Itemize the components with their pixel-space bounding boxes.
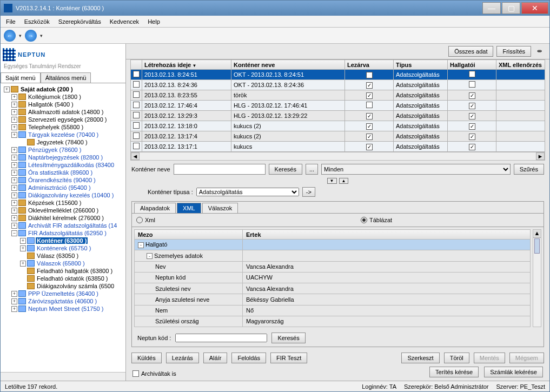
tree-item[interactable]: +Óra statisztikák (89600 ) [1, 169, 125, 176]
pin-icon[interactable]: ⇹ [534, 46, 544, 56]
close-container-button[interactable]: Lezárás [166, 353, 199, 363]
menu-file[interactable]: File [3, 17, 19, 26]
student-checkbox[interactable]: ✓ [469, 123, 475, 130]
forward-button[interactable]: → [25, 30, 37, 42]
plus-icon[interactable]: + [4, 87, 10, 92]
close-button[interactable]: ✕ [521, 2, 548, 14]
tree-item[interactable]: Diákigazolvány számla (6500 [1, 282, 125, 290]
all-data-button[interactable]: Összes adat [448, 46, 493, 57]
table-row[interactable]: 2013.02.12. 17:46:4HLG - 2013.02.12. 17:… [131, 101, 545, 111]
radio-table[interactable]: Táblázat [361, 217, 392, 223]
archived-checkbox[interactable] [132, 370, 139, 377]
tree-item[interactable]: +Alkalmazotti adatok (14800 ) [1, 108, 125, 116]
dg-col-field[interactable]: Mezo [135, 230, 243, 240]
plus-icon[interactable]: + [11, 215, 17, 221]
collapse-down-icon[interactable]: ▼ [327, 178, 337, 184]
col-student[interactable]: Hallgatói [448, 60, 496, 70]
plus-icon[interactable]: + [11, 298, 17, 304]
grid-hscrollbar[interactable]: ◄ ► [130, 152, 545, 161]
tree-item[interactable]: +Tárgyak kezelése (70400 ) [1, 131, 125, 138]
col-type[interactable]: Típus [394, 60, 448, 70]
tree-item[interactable]: +Adminisztráció (95400 ) [1, 184, 125, 191]
tree-item[interactable]: +Kollégiumok (1800 ) [1, 93, 125, 101]
radio-xml[interactable]: Xml [136, 217, 155, 223]
plus-icon[interactable]: + [11, 291, 17, 297]
neptun-code-input[interactable] [175, 334, 267, 342]
student-checkbox[interactable] [469, 71, 475, 77]
row-checkbox[interactable] [133, 81, 140, 88]
dg-row[interactable]: Szuletesi nevVancsa Alexandra [135, 283, 531, 294]
student-checkbox[interactable] [469, 81, 475, 88]
tree-item[interactable]: +Konténerek (65750 ) [1, 244, 125, 252]
minus-icon[interactable]: − [11, 230, 17, 236]
row-checkbox[interactable] [133, 71, 140, 77]
plus-icon[interactable]: + [11, 124, 17, 130]
search-button[interactable]: Keresés [269, 164, 302, 175]
col-closed[interactable]: Lezárva [345, 60, 394, 70]
collapse-up-icon[interactable]: ▲ [339, 178, 349, 184]
tab-all-menu[interactable]: Általános menü [41, 72, 91, 83]
distribution-request-button[interactable]: Terítés kérése [429, 367, 479, 377]
refresh-button[interactable]: Frissítés [496, 46, 531, 57]
col-created[interactable]: Létrehozás ideje [142, 60, 231, 70]
tree-item[interactable]: +Telephelyek (55800 ) [1, 123, 125, 131]
tree-hscrollbar[interactable] [1, 372, 125, 381]
table-row[interactable]: 2013.02.12. 13:17:1kukucs✓Adatszolgáltat… [131, 142, 545, 152]
tree-item[interactable]: +Naptárbejegyzések (82800 ) [1, 154, 125, 161]
dg-row[interactable]: - Szemelyes adatok [135, 250, 531, 261]
tab-own-menu[interactable]: Saját menü [1, 72, 41, 83]
cancel-button[interactable]: Mégsem [509, 353, 544, 363]
plus-icon[interactable]: + [20, 238, 26, 244]
fir-test-button[interactable]: FIR Teszt [270, 353, 307, 363]
col-xmlcheck[interactable]: XML ellenőrzés [496, 60, 545, 70]
row-checkbox[interactable] [133, 102, 140, 108]
plus-icon[interactable]: + [11, 102, 17, 108]
plus-icon[interactable]: + [20, 245, 26, 251]
plus-icon[interactable]: + [11, 185, 17, 191]
tree-item[interactable]: +Szervezeti egységek (28000 ) [1, 116, 125, 123]
dg-row[interactable]: Neptun kódUACHYW [135, 272, 531, 283]
plus-icon[interactable]: + [11, 223, 17, 229]
plus-icon[interactable]: + [11, 117, 17, 123]
tab-alapadatok[interactable]: Alapadatok [134, 203, 176, 213]
browse-button[interactable]: ... [306, 164, 318, 175]
delete-button[interactable]: Töröl [444, 353, 469, 363]
table-row[interactable]: 2013.02.13. 8:23:55török✓Adatszolgáltatá… [131, 90, 545, 101]
tree-item[interactable]: −FIR Adatszolgáltatás (62950 ) [1, 229, 125, 237]
tree-item[interactable]: +Záróvizsgáztatás (40600 ) [1, 297, 125, 305]
plus-icon[interactable]: + [20, 261, 26, 267]
closed-checkbox[interactable]: ✓ [366, 72, 373, 78]
back-button[interactable]: ← [4, 30, 16, 42]
plus-icon[interactable]: + [11, 200, 17, 206]
closed-checkbox[interactable]: ✓ [366, 113, 373, 119]
menu-help[interactable]: Help [144, 17, 163, 26]
dg-row[interactable]: NevVancsa Alexandra [135, 261, 531, 272]
plus-icon[interactable]: + [11, 94, 17, 100]
tree-item[interactable]: +Diákhitel kérelmek (276000 ) [1, 214, 125, 222]
closed-checkbox[interactable]: ✓ [366, 123, 373, 130]
dg-row[interactable]: - Hallgató [135, 240, 531, 250]
container-name-input[interactable] [174, 164, 266, 175]
plus-icon[interactable]: + [11, 208, 17, 214]
filter-dropdown[interactable]: Minden [321, 164, 511, 175]
tree-item[interactable]: +Neptun Meet Street (51750 ) [1, 305, 125, 313]
plus-icon[interactable]: + [11, 306, 17, 312]
plus-icon[interactable]: + [11, 192, 17, 198]
xml-data-grid[interactable]: Mezo Ertek - Hallgató- Szemelyes adatokN… [134, 229, 531, 327]
student-checkbox[interactable]: ✓ [469, 103, 475, 109]
scroll-up-icon[interactable]: ▲ [533, 230, 541, 238]
row-checkbox[interactable] [133, 143, 140, 149]
tree-item[interactable]: Jegyzetek (78400 ) [1, 138, 125, 146]
closed-checkbox[interactable]: ✓ [366, 82, 373, 89]
send-button[interactable]: Küldés [131, 353, 162, 363]
scroll-thumb[interactable] [534, 238, 540, 254]
menu-tools[interactable]: Eszközök [21, 17, 53, 26]
tree-item[interactable]: +Létesítménygazdálkodás (83400 [1, 161, 125, 169]
release-button[interactable]: Feloldás [231, 353, 266, 363]
row-checkbox[interactable] [133, 112, 140, 118]
tab-valaszok[interactable]: Válaszok [202, 203, 238, 213]
forward-history-chevron-icon[interactable]: ▾ [39, 33, 44, 38]
sign-button[interactable]: Aláír [203, 353, 228, 363]
tree-item[interactable]: +Diákigazolvány kezelés (10400 ) [1, 191, 125, 199]
tree-item[interactable]: +Saját adatok (200 ) [1, 85, 125, 93]
